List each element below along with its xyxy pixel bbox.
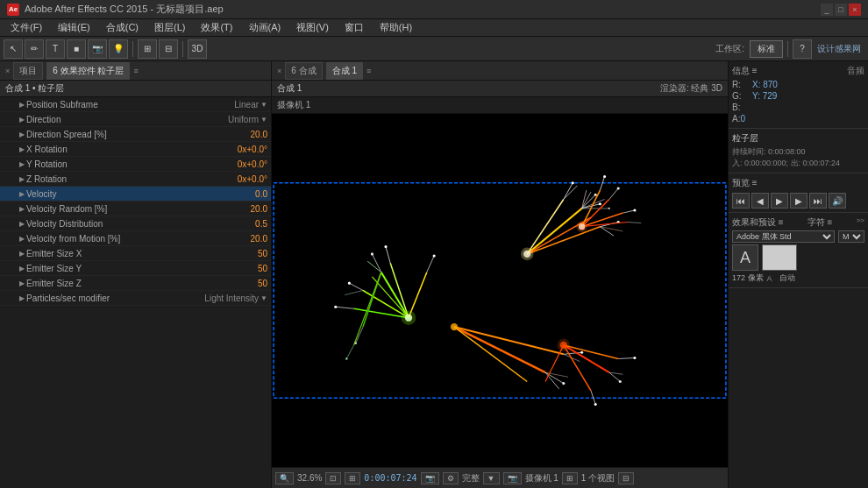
prop-value-vel-dist[interactable]: 0.5 xyxy=(215,219,267,229)
prop-position-subframe[interactable]: ▶ Position Subframe Linear ▼ xyxy=(0,97,271,112)
menu-help[interactable]: 帮助(H) xyxy=(373,20,419,35)
menu-window[interactable]: 窗口 xyxy=(338,20,371,35)
prop-arrow-position: ▶ xyxy=(18,100,26,109)
prop-arrow-vel-random: ▶ xyxy=(18,204,26,213)
tab-comp-1[interactable]: 合成 1 xyxy=(326,62,363,80)
prop-arrow-velocity: ▶ xyxy=(18,189,26,198)
tool-3d[interactable]: 3D xyxy=(188,39,207,59)
prev-to-end[interactable]: ⏭ xyxy=(809,193,827,209)
prop-value-velocity[interactable]: 0.0 xyxy=(215,189,267,199)
info-b-row: B: xyxy=(732,102,745,113)
menu-edit[interactable]: 编辑(E) xyxy=(51,20,97,35)
svg-point-23 xyxy=(521,248,534,261)
tool-text[interactable]: T xyxy=(46,39,65,59)
tool-light[interactable]: 💡 xyxy=(109,39,128,59)
prop-emitter-y[interactable]: ▶ Emitter Size Y 50 xyxy=(0,261,271,276)
tab-effect-controls[interactable]: 6 效果控件 粒子层 xyxy=(46,62,130,80)
prop-value-vel-random[interactable]: 20.0 xyxy=(215,204,267,214)
prop-label-dir-spread: Direction Spread [%] xyxy=(26,130,215,139)
prop-velocity-motion[interactable]: ▶ Velocity from Motion [%] 20.0 xyxy=(0,231,271,246)
left-panel-menu[interactable]: ≡ xyxy=(133,67,138,75)
tab-project[interactable]: 项目 xyxy=(13,62,43,80)
svg-point-85 xyxy=(354,343,356,344)
prop-arrow-particles-sec: ▶ xyxy=(18,294,26,302)
prev-step-back[interactable]: ◀ xyxy=(751,193,769,209)
prop-value-zrot[interactable]: 0x+0.0° xyxy=(215,174,267,184)
tool-camera[interactable]: 📷 xyxy=(88,39,107,59)
effects-label: 效果和预设 ≡ xyxy=(732,216,784,229)
comp-btn-fit[interactable]: ⊡ xyxy=(325,472,341,484)
svg-point-78 xyxy=(633,357,636,359)
prev-to-start[interactable]: ⏮ xyxy=(732,193,750,209)
prev-play[interactable]: ▶ xyxy=(771,193,788,209)
tool-select[interactable]: ↖ xyxy=(4,39,23,59)
menu-layer[interactable]: 图层(L) xyxy=(147,20,192,35)
prop-value-xrot[interactable]: 0x+0.0° xyxy=(215,145,267,154)
layer-info-inout: 入: 0:00:00:000; 出: 0:00:07:24 xyxy=(732,158,864,169)
prop-value-emit-y[interactable]: 50 xyxy=(215,264,267,273)
prop-value-vel-motion[interactable]: 20.0 xyxy=(215,234,267,244)
left-panel-close[interactable]: × xyxy=(5,67,10,75)
prop-velocity-distribution[interactable]: ▶ Velocity Distribution 0.5 xyxy=(0,216,271,231)
menu-animation[interactable]: 动画(A) xyxy=(242,20,288,35)
tool-pen[interactable]: ✏ xyxy=(25,39,44,59)
tool-snapping[interactable]: ⊟ xyxy=(159,39,178,59)
prop-value-emit-z[interactable]: 50 xyxy=(215,279,267,288)
font-color-swatch[interactable] xyxy=(762,244,797,271)
prop-label-position-subframe: Position Subframe xyxy=(26,100,206,110)
comp-btn-layout[interactable]: ⊞ xyxy=(562,472,578,484)
comp-btn-snap[interactable]: ⊟ xyxy=(618,472,634,484)
help-btn[interactable]: ? xyxy=(793,39,812,59)
maximize-btn[interactable]: □ xyxy=(835,4,847,16)
workspace-selector[interactable]: 标准 xyxy=(750,40,783,58)
tool-align[interactable]: ⊞ xyxy=(138,39,157,59)
prev-step-fwd[interactable]: ▶ xyxy=(790,193,808,209)
prop-direction-spread[interactable]: ▶ Direction Spread [%] 20.0 xyxy=(0,127,271,142)
comp-btn-grid[interactable]: ⊞ xyxy=(345,472,360,484)
prop-label-vel-random: Velocity Random [%] xyxy=(26,204,215,214)
prop-label-xrot: X Rotation xyxy=(26,145,215,154)
comp-panel-menu[interactable]: ≡ xyxy=(366,67,371,75)
prop-value-particles-sec: Light Intensity xyxy=(204,294,259,303)
left-panel-tabs: × 项目 6 效果控件 粒子层 ≡ xyxy=(0,61,271,81)
main-toolbar: ↖ ✏ T ■ 📷 💡 ⊞ ⊟ 3D 工作区: 标准 ? 设计感果网 xyxy=(0,37,868,61)
svg-point-40 xyxy=(384,245,387,248)
camera-select[interactable]: 摄像机 1 xyxy=(525,472,559,484)
svg-point-77 xyxy=(594,403,597,406)
prop-y-rotation[interactable]: ▶ Y Rotation 0x+0.0° xyxy=(0,157,271,172)
prop-x-rotation[interactable]: ▶ X Rotation 0x+0.0° xyxy=(0,142,271,157)
window-controls[interactable]: _ □ × xyxy=(821,4,861,16)
svg-point-80 xyxy=(558,339,571,352)
close-btn[interactable]: × xyxy=(849,4,861,16)
menu-effect[interactable]: 效果(T) xyxy=(194,20,239,35)
prop-direction[interactable]: ▶ Direction Uniform ▼ xyxy=(0,112,271,127)
font-variant-select[interactable]: M xyxy=(838,230,864,243)
quality-label[interactable]: 完整 xyxy=(462,472,480,484)
tool-shape[interactable]: ■ xyxy=(67,39,86,59)
prop-emitter-z[interactable]: ▶ Emitter Size Z 50 xyxy=(0,276,271,291)
comp-btn-options[interactable]: ⚙ xyxy=(443,472,459,484)
comp-btn-camera-2[interactable]: 📷 xyxy=(421,472,439,484)
menu-composition[interactable]: 合成(C) xyxy=(99,20,146,35)
prop-particles-sec[interactable]: ▶ Particles/sec modifier Light Intensity… xyxy=(0,291,271,306)
prop-value-emit-x[interactable]: 50 xyxy=(215,249,267,258)
prop-emitter-x[interactable]: ▶ Emitter Size X 50 xyxy=(0,246,271,261)
minimize-btn[interactable]: _ xyxy=(821,4,833,16)
prop-value-dir-spread[interactable]: 20.0 xyxy=(215,130,267,139)
menu-file[interactable]: 文件(F) xyxy=(4,20,49,35)
prop-velocity-random[interactable]: ▶ Velocity Random [%] 20.0 xyxy=(0,202,271,216)
comp-btn-camera-sel[interactable]: 📷 xyxy=(503,472,522,484)
prop-value-yrot[interactable]: 0x+0.0° xyxy=(215,159,267,169)
font-select[interactable]: Adobe 黑体 Std xyxy=(732,230,835,243)
comp-btn-view[interactable]: ▼ xyxy=(483,472,500,484)
comp-btn-magnifier[interactable]: 🔍 xyxy=(275,472,294,484)
zoom-level[interactable]: 32.6% xyxy=(297,473,322,483)
tab-comp-6[interactable]: 6 合成 xyxy=(285,62,322,80)
menu-view[interactable]: 视图(V) xyxy=(289,20,336,35)
comp-view[interactable] xyxy=(272,114,728,467)
prop-z-rotation[interactable]: ▶ Z Rotation 0x+0.0° xyxy=(0,172,271,187)
prop-velocity[interactable]: ▶ Velocity 0.0 xyxy=(0,187,271,202)
prev-audio[interactable]: 🔊 xyxy=(829,193,846,209)
effects-menu[interactable]: >> xyxy=(857,216,864,229)
comp-panel-close[interactable]: × xyxy=(277,67,281,75)
